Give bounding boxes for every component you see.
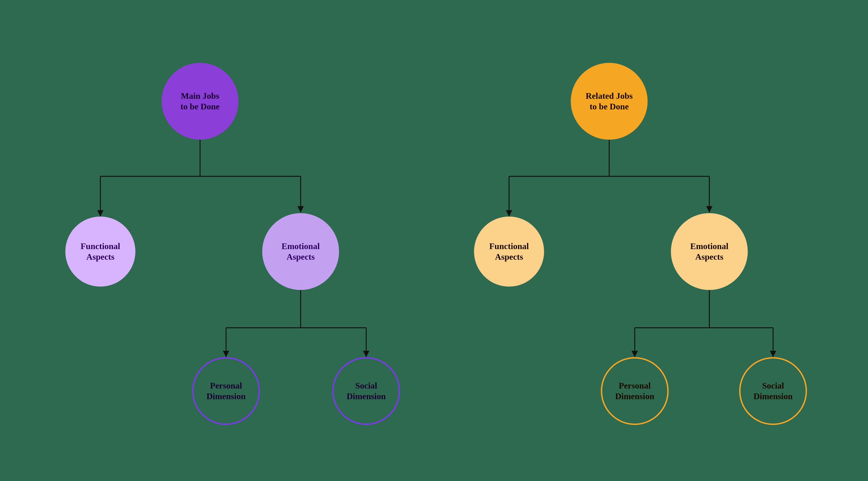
- personal-dimension-right: Personal Dimension: [601, 357, 669, 425]
- personal-dimension-left: Personal Dimension: [192, 357, 260, 425]
- svg-marker-11: [223, 351, 229, 357]
- svg-marker-22: [706, 206, 712, 213]
- functional-aspects-left: Functional Aspects: [65, 217, 135, 287]
- canvas: Main Jobs to be Done Functional Aspects …: [0, 0, 868, 481]
- functional-aspects-right: Functional Aspects: [474, 217, 544, 287]
- main-jobs-left: Main Jobs to be Done: [162, 63, 239, 140]
- social-dimension-left: Social Dimension: [332, 357, 400, 425]
- svg-marker-21: [506, 210, 512, 217]
- emotional-aspects-left: Emotional Aspects: [262, 213, 339, 290]
- emotional-aspects-right: Emotional Aspects: [671, 213, 748, 290]
- svg-marker-12: [363, 351, 369, 357]
- social-dimension-right: Social Dimension: [739, 357, 807, 425]
- related-jobs-right: Related Jobs to be Done: [571, 63, 648, 140]
- svg-marker-10: [298, 206, 304, 213]
- svg-marker-9: [97, 210, 103, 217]
- svg-marker-23: [631, 351, 638, 357]
- svg-marker-24: [770, 351, 776, 357]
